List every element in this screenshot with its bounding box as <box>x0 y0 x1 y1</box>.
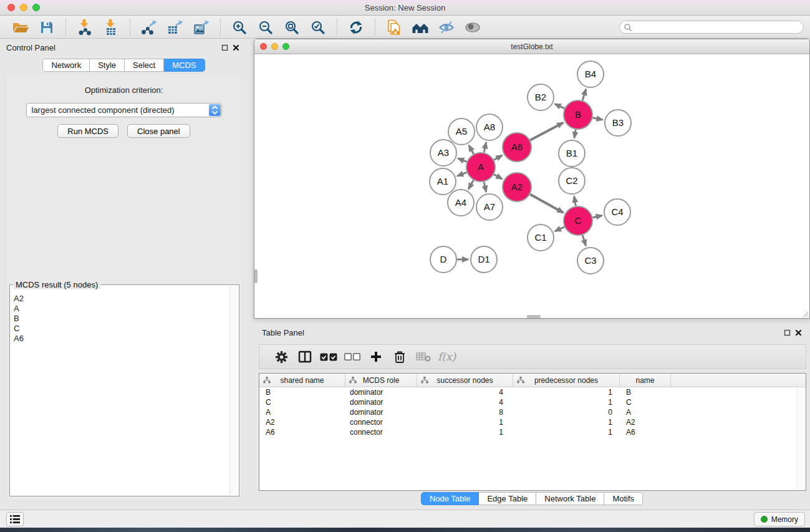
network-vscroll-thumb[interactable] <box>254 269 258 283</box>
function-builder-button[interactable]: f(x) <box>435 347 456 367</box>
minimize-window-button[interactable] <box>20 4 27 11</box>
run-mcds-button[interactable]: Run MCDS <box>57 124 118 138</box>
graph-node-C2[interactable]: C2 <box>559 168 585 194</box>
save-session-button[interactable] <box>34 17 60 37</box>
graph-edge-A-A7[interactable] <box>484 181 486 191</box>
graph-edge-A-A4[interactable] <box>468 180 473 189</box>
zoom-window-button[interactable] <box>32 4 40 11</box>
memory-button[interactable]: Memory <box>754 512 805 526</box>
table-row[interactable]: A6connector11A6 <box>259 427 806 437</box>
graph-node-D[interactable]: D <box>430 246 456 273</box>
graph-node-B[interactable]: B <box>564 100 592 129</box>
table-scrollbar[interactable] <box>797 388 805 490</box>
graph-node-B1[interactable]: B1 <box>559 140 585 167</box>
zoom-fit-button[interactable] <box>279 17 305 37</box>
graph-node-B3[interactable]: B3 <box>605 110 631 136</box>
graph-edge-A-A8[interactable] <box>484 142 486 152</box>
zoom-network-window-button[interactable] <box>282 43 289 50</box>
network-hscroll-thumb[interactable] <box>527 315 541 318</box>
zoom-out-button[interactable] <box>253 17 279 37</box>
graph-node-A5[interactable]: A5 <box>448 118 475 145</box>
close-panel-button[interactable] <box>230 42 241 52</box>
search-field[interactable] <box>619 21 804 34</box>
graph-node-A8[interactable]: A8 <box>476 114 503 140</box>
hide-graphics-details-button[interactable] <box>433 17 460 37</box>
split-columns-button[interactable] <box>293 347 317 367</box>
import-network-button[interactable] <box>72 17 98 37</box>
export-image-button[interactable] <box>188 17 215 37</box>
table-row[interactable]: Cdominator41C <box>259 397 806 407</box>
graph-node-A7[interactable]: A7 <box>476 194 503 220</box>
column-header-mcds-role[interactable]: MCDS role <box>345 374 417 387</box>
export-table-button[interactable] <box>162 17 188 37</box>
graph-edge-A-A6[interactable] <box>494 155 502 160</box>
close-panel-button-mcds[interactable]: Close panel <box>127 124 190 138</box>
column-header-predecessor-nodes[interactable]: predecessor nodes <box>513 374 620 387</box>
add-column-button[interactable] <box>364 347 388 367</box>
network-canvas[interactable]: B4B2BB3A8A5A6A3B1AA1C2A2A4A7C4CC1DD1C3 <box>254 54 809 318</box>
graph-edge-C-C4[interactable] <box>592 215 602 217</box>
graph-edge-B-B2[interactable] <box>555 104 565 109</box>
delete-column-button[interactable] <box>388 347 412 367</box>
graph-node-C[interactable]: C <box>564 206 592 235</box>
mcds-result-item[interactable]: B <box>14 314 238 324</box>
graph-edge-B-B4[interactable] <box>582 89 586 100</box>
graph-edge-B-B3[interactable] <box>593 118 603 120</box>
resize-grip[interactable] <box>801 310 809 317</box>
new-network-file-button[interactable] <box>381 17 407 37</box>
deselect-all-columns-button[interactable] <box>340 347 364 367</box>
mcds-result-list[interactable]: A2ABCA6 <box>11 286 238 495</box>
graph-node-A3[interactable]: A3 <box>430 140 456 166</box>
close-window-button[interactable] <box>7 4 15 11</box>
column-header-name[interactable]: name <box>620 374 671 387</box>
mcds-result-item[interactable]: A2 <box>14 294 238 304</box>
tab-style[interactable]: Style <box>90 59 125 72</box>
graph-edge-A-A1[interactable] <box>457 172 466 176</box>
graph-edge-B-B1[interactable] <box>574 130 576 138</box>
graph-edge-A6-B[interactable] <box>530 123 563 140</box>
float-table-panel-button[interactable] <box>781 327 793 337</box>
tab-select[interactable]: Select <box>125 59 164 72</box>
export-network-button[interactable] <box>136 17 162 37</box>
mcds-result-item[interactable]: C <box>14 324 238 334</box>
graph-node-C3[interactable]: C3 <box>577 248 604 274</box>
graph-edge-A-A5[interactable] <box>469 145 474 154</box>
graph-node-A1[interactable]: A1 <box>430 168 456 195</box>
graph-edge-A-A2[interactable] <box>494 175 502 179</box>
graph-edge-C-C1[interactable] <box>555 227 564 231</box>
float-panel-button[interactable] <box>219 42 230 52</box>
graph-node-C1[interactable]: C1 <box>528 225 554 251</box>
zoom-in-button[interactable] <box>226 17 253 37</box>
close-table-panel-button[interactable] <box>793 327 804 337</box>
window-controls[interactable] <box>7 4 40 11</box>
mcds-result-item[interactable]: A6 <box>14 334 238 344</box>
column-header-successor-nodes[interactable]: successor nodes <box>417 374 513 387</box>
refresh-button[interactable] <box>343 17 369 37</box>
graph-node-B2[interactable]: B2 <box>528 84 554 110</box>
tab-edge-table[interactable]: Edge Table <box>479 492 536 505</box>
graph-node-A4[interactable]: A4 <box>448 190 474 216</box>
mcds-result-item[interactable]: A <box>14 304 238 314</box>
tab-motifs[interactable]: Motifs <box>604 492 643 505</box>
graph-node-C4[interactable]: C4 <box>604 199 630 225</box>
home-view-button[interactable] <box>407 17 433 37</box>
table-settings-button[interactable] <box>269 347 293 367</box>
criterion-dropdown[interactable]: largest connected component (directed) <box>26 103 222 117</box>
network-window-controls[interactable] <box>260 43 289 50</box>
graph-edge-A-A3[interactable] <box>458 158 466 162</box>
task-history-button[interactable] <box>6 512 24 526</box>
graph-edge-C-C3[interactable] <box>582 235 586 246</box>
graph-node-B4[interactable]: B4 <box>577 61 604 87</box>
graph-node-D1[interactable]: D1 <box>471 246 497 273</box>
delete-table-button[interactable] <box>412 347 435 367</box>
graph-node-A2[interactable]: A2 <box>503 173 531 201</box>
network-window-titlebar[interactable]: testGlobe.txt <box>254 39 809 54</box>
select-all-columns-button[interactable] <box>317 347 340 367</box>
graph-edge-C-C2[interactable] <box>574 196 576 206</box>
graph-edge-A2-C[interactable] <box>530 195 563 213</box>
column-header-shared-name[interactable]: shared name <box>259 374 345 387</box>
graph-node-A6[interactable]: A6 <box>503 133 531 162</box>
tab-network-table[interactable]: Network Table <box>536 492 604 505</box>
import-table-button[interactable] <box>98 17 124 37</box>
close-network-window-button[interactable] <box>260 43 267 50</box>
